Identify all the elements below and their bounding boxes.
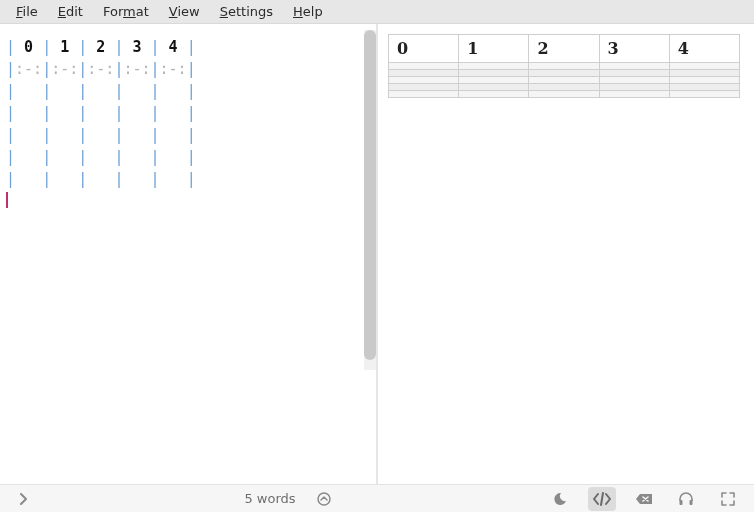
table-cell: [669, 77, 739, 84]
svg-rect-2: [690, 500, 693, 505]
table-header: 0: [389, 35, 459, 63]
dark-mode-button[interactable]: [546, 487, 574, 511]
table-cell: [459, 84, 529, 91]
table-row: [389, 63, 740, 70]
fullscreen-icon: [720, 491, 736, 507]
preview-pane: 01234: [378, 24, 754, 484]
menu-help[interactable]: Help: [283, 2, 333, 21]
scroll-sync-button[interactable]: [310, 487, 338, 511]
table-cell: [599, 70, 669, 77]
table-cell: [459, 77, 529, 84]
moon-icon: [552, 491, 568, 507]
table-header: 3: [599, 35, 669, 63]
table-row: [389, 70, 740, 77]
editor-pane: | 0 | 1 | 2 | 3 | 4 | |:-:|:-:|:-:|:-:|:…: [0, 24, 376, 484]
menu-format[interactable]: Format: [93, 2, 159, 21]
fullscreen-button[interactable]: [714, 487, 742, 511]
markdown-editor[interactable]: | 0 | 1 | 2 | 3 | 4 | |:-:|:-:|:-:|:-:|:…: [0, 24, 376, 484]
word-count: 5 words: [244, 491, 295, 506]
table-cell: [389, 77, 459, 84]
table-cell: [669, 91, 739, 98]
menu-edit[interactable]: Edit: [48, 2, 93, 21]
table-cell: [599, 84, 669, 91]
table-cell: [459, 70, 529, 77]
scroll-up-icon: [317, 492, 331, 506]
table-cell: [459, 91, 529, 98]
table-row: [389, 84, 740, 91]
menu-file[interactable]: File: [6, 2, 48, 21]
table-cell: [529, 84, 599, 91]
table-cell: [669, 63, 739, 70]
statusbar: 5 words: [0, 484, 754, 512]
table-cell: [529, 77, 599, 84]
table-cell: [529, 70, 599, 77]
table-header: 2: [529, 35, 599, 63]
audio-button[interactable]: [672, 487, 700, 511]
table-cell: [669, 84, 739, 91]
preview-table: 01234: [388, 34, 740, 98]
menubar: File Edit Format View Settings Help: [0, 0, 754, 24]
table-cell: [389, 84, 459, 91]
table-cell: [529, 91, 599, 98]
command-prompt-button[interactable]: [12, 487, 36, 511]
table-cell: [599, 77, 669, 84]
table-cell: [669, 70, 739, 77]
svg-rect-1: [680, 500, 683, 505]
menu-view[interactable]: View: [159, 2, 210, 21]
table-cell: [389, 91, 459, 98]
source-code-mode-button[interactable]: [588, 487, 616, 511]
code-icon: [592, 492, 612, 506]
menu-settings[interactable]: Settings: [210, 2, 283, 21]
editor-scrollbar-thumb[interactable]: [364, 30, 376, 360]
svg-point-0: [318, 493, 330, 505]
table-cell: [459, 63, 529, 70]
table-header: 1: [459, 35, 529, 63]
headphones-icon: [678, 491, 694, 507]
table-cell: [529, 63, 599, 70]
workspace: | 0 | 1 | 2 | 3 | 4 | |:-:|:-:|:-:|:-:|:…: [0, 24, 754, 484]
table-cell: [599, 91, 669, 98]
table-header: 4: [669, 35, 739, 63]
clear-button[interactable]: [630, 487, 658, 511]
backspace-icon: [635, 492, 653, 506]
table-cell: [599, 63, 669, 70]
table-cell: [389, 63, 459, 70]
table-row: [389, 77, 740, 84]
table-cell: [389, 70, 459, 77]
chevron-right-icon: [18, 493, 30, 505]
table-row: [389, 91, 740, 98]
